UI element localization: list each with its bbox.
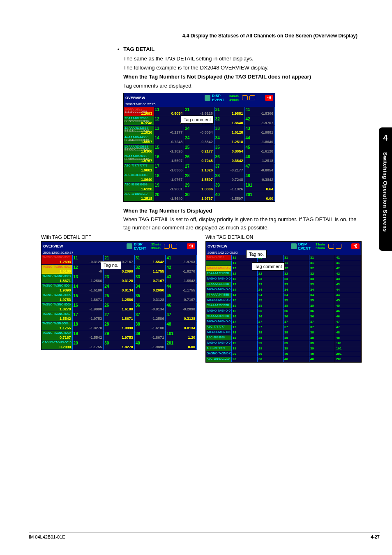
overview-cell[interactable]: 120 xyxy=(154,116,184,126)
overview-cell[interactable]: 1010.64 xyxy=(244,183,275,192)
overview-cell[interactable]: 43-1.5542 xyxy=(166,274,197,284)
overview-cell[interactable]: 42 xyxy=(335,271,361,277)
overview-cell[interactable]: 37-1.2586 xyxy=(135,312,166,321)
overview-cell[interactable]: 18 xyxy=(232,335,258,341)
overview-cell[interactable]: 31 xyxy=(284,255,309,261)
overview-cell[interactable]: 32 xyxy=(284,271,309,277)
overview-cell[interactable]: 38 xyxy=(284,335,309,341)
overview-cell[interactable]: TAGNO-TAGNO-0006 xyxy=(206,309,232,314)
overview-cell[interactable]: 28 xyxy=(258,335,284,341)
sound-icon[interactable]: •)) xyxy=(187,243,195,249)
overview-cell[interactable]: 37-0.2177 xyxy=(214,164,245,173)
overview-cell[interactable]: 110.8054 xyxy=(154,107,184,116)
overview-cell[interactable]: TAGNO-TAGNO-0004 xyxy=(206,287,232,293)
sound-icon[interactable]: •)) xyxy=(351,243,360,249)
overview-cell[interactable]: 311.5542 xyxy=(135,255,166,265)
overview-cell[interactable]: 13-0.2177 xyxy=(154,126,184,135)
overview-cell[interactable]: 44 xyxy=(335,293,361,298)
overview-cell[interactable]: 32 xyxy=(284,266,309,271)
page-icon[interactable] xyxy=(336,244,341,249)
overview-cell[interactable]: TAGNO-TAGNO-0009 xyxy=(206,341,232,346)
overview-cell[interactable]: TAGNO-TAGNO-00011.2693 xyxy=(42,255,73,265)
overview-cell[interactable]: 35 xyxy=(309,303,335,309)
overview-cell[interactable]: 15 xyxy=(232,298,258,303)
overview-cell[interactable]: TAGNO-TAGNO-00021.6180 xyxy=(42,265,73,274)
overview-cell[interactable]: 31 xyxy=(309,255,335,261)
overview-cell[interactable]: 39-1.1826 xyxy=(214,183,245,192)
disk-icon[interactable] xyxy=(205,95,210,101)
overview-cell[interactable]: 38 xyxy=(309,330,335,335)
keypad-icon[interactable] xyxy=(328,244,334,249)
overview-cell[interactable]: 16-1.5597 xyxy=(154,154,184,164)
overview-cell[interactable]: 330.7167 xyxy=(135,274,166,284)
overview-cell[interactable]: 201 xyxy=(335,357,361,362)
overview-cell[interactable]: 340.2090 xyxy=(135,284,166,293)
overview-cell[interactable]: 12 xyxy=(232,271,258,277)
overview-cell[interactable]: TAGNO-TAGNO-00041.9890 xyxy=(42,284,73,293)
overview-cell[interactable]: 23 xyxy=(258,282,284,287)
overview-cell[interactable]: 39 xyxy=(284,341,309,346)
overview-cell[interactable]: 34 xyxy=(309,287,335,293)
overview-cell[interactable]: 26 xyxy=(258,309,284,314)
overview-cell[interactable]: 40 xyxy=(309,357,335,362)
overview-cell[interactable]: 27 xyxy=(258,319,284,325)
overview-cell[interactable]: 43 xyxy=(335,277,361,282)
overview-cell[interactable]: 36-0.8134 xyxy=(135,303,166,312)
overview-cell[interactable]: 24-0.3842 xyxy=(184,135,214,145)
overview-cell[interactable]: 12-0 xyxy=(73,265,104,274)
overview-cell[interactable]: 14-1.6180 xyxy=(73,284,104,293)
overview-cell[interactable]: 42 xyxy=(335,266,361,271)
overview-cell[interactable]: 101 xyxy=(335,346,361,352)
overview-cell[interactable]: 2010.00 xyxy=(244,192,275,201)
overview-cell[interactable]: 22-AAAA0222BBBBB2222CCCC00020.7248 xyxy=(124,116,154,126)
overview-cell[interactable]: ABC-99999999991.6128 xyxy=(124,183,154,192)
overview-cell[interactable]: 20 xyxy=(232,357,258,362)
overview-cell[interactable]: 35 xyxy=(309,298,335,303)
overview-cell[interactable]: 321.8640 xyxy=(214,116,245,126)
overview-cell[interactable]: 250.2177 xyxy=(184,145,214,154)
overview-cell[interactable]: 19 xyxy=(232,341,258,346)
overview-cell[interactable]: 11-0.3128 xyxy=(73,255,104,265)
overview-cell[interactable]: 1011.20 xyxy=(166,331,197,340)
overview-cell[interactable]: 20-1.8640 xyxy=(154,192,184,201)
overview-cell[interactable]: 38 xyxy=(284,330,309,335)
overview-cell[interactable]: 34 xyxy=(309,293,335,298)
overview-cell[interactable]: 271.8671 xyxy=(104,312,135,321)
overview-cell[interactable]: 17-1.8306 xyxy=(154,164,184,173)
overview-cell[interactable]: TAGNO-TAGNO-0002 xyxy=(206,266,232,271)
overview-cell[interactable]: 47-0.8054 xyxy=(244,164,275,173)
overview-cell[interactable]: 36 xyxy=(284,314,309,319)
overview-cell[interactable]: 24 xyxy=(258,287,284,293)
overview-cell[interactable]: 33 xyxy=(284,282,309,287)
overview-cell[interactable]: 23 xyxy=(258,277,284,282)
overview-cell[interactable]: ABC-1010101010 xyxy=(206,357,232,362)
page-icon[interactable] xyxy=(171,244,177,249)
overview-cell[interactable]: 44-AAAA0444BBBBB4444CCCC00041.5597 xyxy=(124,135,154,145)
overview-cell[interactable]: 31 xyxy=(309,261,335,266)
overview-cell[interactable]: 341.2518 xyxy=(214,135,245,145)
overview-cell[interactable]: 40 xyxy=(309,352,335,357)
overview-cell[interactable]: 480.8134 xyxy=(166,321,197,331)
overview-cell[interactable]: 37 xyxy=(284,325,309,330)
overview-cell[interactable]: 37 xyxy=(309,325,335,330)
overview-cell[interactable]: TAGNO-TAGNO-00061.8270 xyxy=(42,303,73,312)
overview-cell[interactable]: TAGNO-TAGNO-00031.8671 xyxy=(42,274,73,284)
overview-cell[interactable]: 35-0.3128 xyxy=(135,293,166,303)
overview-cell[interactable]: TAGNO-TAGN-0008 xyxy=(206,330,232,335)
overview-cell[interactable]: 29 xyxy=(258,341,284,346)
overview-cell[interactable]: 14 xyxy=(232,293,258,298)
overview-cell[interactable]: 19-1.5542 xyxy=(73,331,104,340)
overview-cell[interactable]: 42-1.9767 xyxy=(244,116,275,126)
overview-cell[interactable]: 24 xyxy=(258,293,284,298)
overview-cell[interactable]: 36 xyxy=(309,309,335,314)
overview-cell[interactable]: 18-1.8270 xyxy=(73,321,104,331)
overview-cell[interactable]: TAGNO-0001 xyxy=(206,255,232,261)
overview-cell[interactable]: 27 xyxy=(258,325,284,330)
overview-cell[interactable]: 13 xyxy=(232,277,258,282)
overview-cell[interactable]: 101 xyxy=(335,341,361,346)
overview-cell[interactable]: 45 xyxy=(335,298,361,303)
overview-cell[interactable]: 33 xyxy=(309,277,335,282)
overview-cell[interactable]: 15 xyxy=(232,303,258,309)
overview-cell[interactable]: 33 xyxy=(284,277,309,282)
page-icon[interactable] xyxy=(249,95,255,100)
